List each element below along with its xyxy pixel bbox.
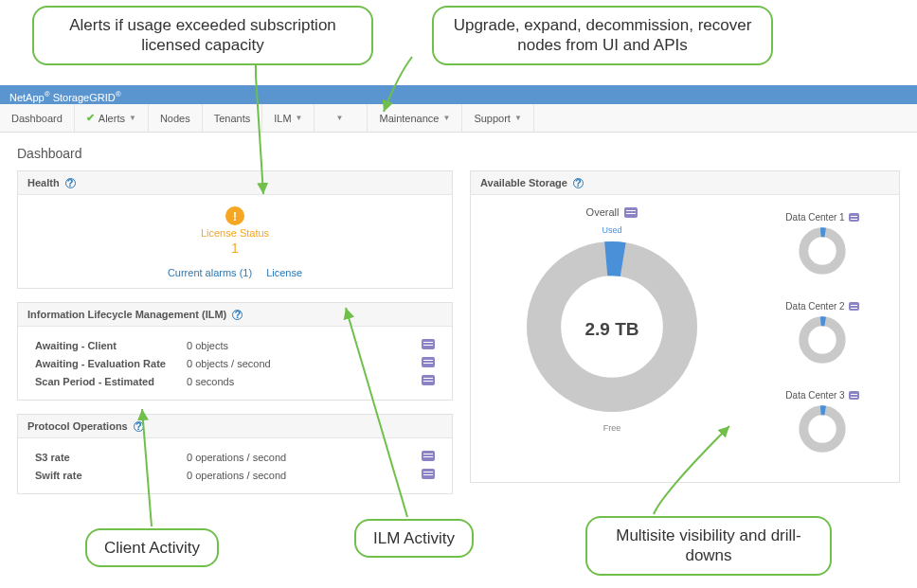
nav-alerts[interactable]: ✔ Alerts ▼ xyxy=(75,104,149,132)
nav-maintenance[interactable]: Maintenance▼ xyxy=(368,104,462,132)
donut-center-value: 2.9 TB xyxy=(585,319,639,339)
table-row: Awaiting - Evaluation Rate 0 objects / s… xyxy=(29,354,441,372)
metric-value: 0 seconds xyxy=(181,372,387,390)
svg-point-2 xyxy=(803,232,840,269)
chart-icon[interactable] xyxy=(422,451,435,461)
table-row: Scan Period - Estimated 0 seconds xyxy=(29,372,441,390)
nav-tenants[interactable]: Tenants xyxy=(203,104,263,132)
metric-value: 0 operations / second xyxy=(181,466,393,484)
main-nav: Dashboard ✔ Alerts ▼ Nodes Tenants ILM▼ … xyxy=(0,104,917,133)
callout-client-activity: Client Activity xyxy=(85,528,219,567)
nav-dashboard[interactable]: Dashboard xyxy=(0,104,75,132)
caret-down-icon: ▼ xyxy=(514,114,522,122)
chart-icon[interactable] xyxy=(422,357,435,367)
chart-icon[interactable] xyxy=(422,375,435,385)
free-label: Free xyxy=(486,423,738,433)
brand-bar: NetApp® StorageGRID® xyxy=(0,85,917,104)
chart-icon[interactable] xyxy=(624,207,638,218)
nav-alerts-label: Alerts xyxy=(99,113,125,124)
health-panel: Health ? ! License Status 1 Current alar… xyxy=(17,170,453,289)
nav-obscured[interactable]: n▼ xyxy=(315,104,368,132)
svg-point-4 xyxy=(803,321,840,358)
used-label: Used xyxy=(486,225,738,235)
callout-maintenance: Upgrade, expand, decommission, recover n… xyxy=(432,6,773,65)
ilm-metrics-table: Awaiting - Client 0 objects Awaiting - E… xyxy=(29,336,441,390)
protocol-panel: Protocol Operations ? S3 rate 0 operatio… xyxy=(17,414,453,494)
dc-donut-chart xyxy=(798,226,847,276)
dc-label: Data Center 3 xyxy=(785,390,844,401)
page-title: Dashboard xyxy=(0,133,917,170)
health-title: Health xyxy=(27,177,60,188)
dc-donut-chart xyxy=(798,315,847,365)
datacenter-item[interactable]: Data Center 2 xyxy=(761,301,884,367)
nav-nodes-label: Nodes xyxy=(160,113,190,124)
nav-dashboard-label: Dashboard xyxy=(11,113,63,124)
help-icon[interactable]: ? xyxy=(573,178,584,188)
nav-ilm-label: ILM xyxy=(274,113,291,124)
dc-donut-chart xyxy=(798,404,847,454)
overall-donut-chart[interactable]: 2.9 TB xyxy=(522,237,702,417)
link-license[interactable]: License xyxy=(266,267,302,278)
callout-ilm-activity: ILM Activity xyxy=(354,519,474,558)
warning-icon[interactable]: ! xyxy=(225,206,244,225)
health-header: Health ? xyxy=(18,171,452,195)
table-row: S3 rate 0 operations / second xyxy=(29,448,441,466)
metric-value: 0 objects xyxy=(181,336,387,354)
nav-obscured-label: n xyxy=(326,113,332,124)
overall-label: Overall xyxy=(586,206,620,218)
protocol-metrics-table: S3 rate 0 operations / second Swift rate… xyxy=(29,448,441,484)
nav-maintenance-label: Maintenance xyxy=(379,113,439,124)
chart-icon[interactable] xyxy=(422,469,435,479)
dc-label: Data Center 2 xyxy=(785,301,844,312)
storage-panel: Available Storage ? Overall Used 2.9 TB … xyxy=(470,170,900,483)
metric-value: 0 objects / second xyxy=(181,354,387,372)
help-icon[interactable]: ? xyxy=(232,310,243,320)
callout-multisite: Multisite visibility and drill-downs xyxy=(585,516,832,576)
protocol-title: Protocol Operations xyxy=(27,420,128,432)
metric-label: Swift rate xyxy=(29,466,181,484)
brand-text: NetApp® StorageGRID® xyxy=(9,92,121,103)
metric-label: Awaiting - Evaluation Rate xyxy=(29,354,181,372)
link-current-alarms[interactable]: Current alarms (1) xyxy=(168,267,252,278)
metric-value: 0 operations / second xyxy=(181,448,393,466)
chart-icon[interactable] xyxy=(849,213,859,222)
caret-down-icon: ▼ xyxy=(296,114,303,122)
datacenter-item[interactable]: Data Center 1 xyxy=(761,212,884,278)
ilm-panel: Information Lifecycle Management (ILM) ?… xyxy=(17,302,453,401)
chart-icon[interactable] xyxy=(422,339,435,349)
protocol-header: Protocol Operations ? xyxy=(18,415,452,438)
metric-label: S3 rate xyxy=(29,448,181,466)
metric-label: Scan Period - Estimated xyxy=(29,372,181,390)
help-icon[interactable]: ? xyxy=(134,421,144,432)
table-row: Awaiting - Client 0 objects xyxy=(29,336,441,354)
chart-icon[interactable] xyxy=(849,302,859,311)
storage-header: Available Storage ? xyxy=(471,171,899,195)
license-status-count: 1 xyxy=(18,241,452,256)
help-icon[interactable]: ? xyxy=(65,178,76,188)
check-icon: ✔ xyxy=(86,112,95,124)
nav-support[interactable]: Support▼ xyxy=(462,104,533,132)
nav-support-label: Support xyxy=(474,113,511,124)
storage-title: Available Storage xyxy=(480,177,567,188)
ilm-header: Information Lifecycle Management (ILM) ? xyxy=(18,303,452,327)
table-row: Swift rate 0 operations / second xyxy=(29,466,441,484)
nav-tenants-label: Tenants xyxy=(214,113,251,124)
ilm-title: Information Lifecycle Management (ILM) xyxy=(27,309,226,320)
caret-down-icon: ▼ xyxy=(129,114,136,122)
caret-down-icon: ▼ xyxy=(336,114,344,122)
dc-label: Data Center 1 xyxy=(785,212,844,223)
datacenter-item[interactable]: Data Center 3 xyxy=(761,390,884,456)
svg-point-6 xyxy=(803,410,840,447)
nav-nodes[interactable]: Nodes xyxy=(149,104,203,132)
nav-ilm[interactable]: ILM▼ xyxy=(262,104,315,132)
callout-license-alerts: Alerts if usage exceeded subscription li… xyxy=(32,6,373,65)
chart-icon[interactable] xyxy=(849,391,859,400)
caret-down-icon: ▼ xyxy=(442,114,450,122)
metric-label: Awaiting - Client xyxy=(29,336,181,354)
license-status-label[interactable]: License Status xyxy=(18,227,452,239)
